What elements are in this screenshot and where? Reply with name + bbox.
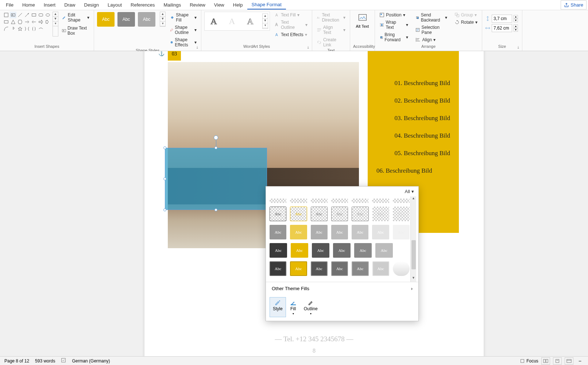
tab-references[interactable]: References — [126, 1, 159, 9]
style-option[interactable] — [270, 199, 286, 203]
tab-review[interactable]: Review — [185, 1, 210, 9]
edit-shape-button[interactable]: Edit Shape▾ — [61, 12, 91, 23]
style-option[interactable]: Abc — [290, 207, 307, 221]
rotate-handle[interactable] — [214, 135, 218, 140]
language-status[interactable]: German (Germany) — [72, 358, 110, 364]
style-option[interactable]: Abc — [331, 225, 348, 239]
resize-handle[interactable] — [214, 208, 217, 211]
style-option[interactable]: Abc — [290, 225, 307, 239]
tab-view[interactable]: View — [210, 1, 229, 9]
style-option[interactable] — [352, 199, 368, 203]
tab-help[interactable]: Help — [229, 1, 247, 9]
tab-insert[interactable]: Insert — [39, 1, 60, 9]
align-button[interactable]: Align▾ — [414, 36, 448, 43]
wrap-text-button[interactable]: Wrap Text▾ — [378, 19, 410, 31]
tab-mailings[interactable]: Mailings — [159, 1, 186, 9]
focus-mode[interactable]: Focus — [520, 358, 538, 364]
style-option[interactable] — [393, 199, 410, 203]
style-option[interactable]: Abc — [290, 261, 307, 276]
wordart-scroll[interactable]: ▲▼▾ — [262, 14, 268, 29]
shape-fill-button[interactable]: Shape Fill▾ — [169, 12, 198, 23]
popup-fill-tab[interactable]: Fill ▾ — [287, 297, 300, 317]
zoom-out[interactable]: − — [576, 358, 584, 364]
style-option[interactable]: Abc — [311, 207, 328, 221]
share-button[interactable]: Share — [561, 0, 587, 9]
style-option[interactable]: Abc — [352, 261, 368, 276]
style-option[interactable]: Abc — [333, 243, 351, 258]
style-option[interactable]: Abc — [291, 243, 308, 258]
style-option[interactable]: Abc — [372, 261, 389, 276]
style-option[interactable]: Abc — [393, 207, 410, 221]
style-option[interactable]: Abc — [270, 243, 287, 258]
style-option[interactable]: Abc — [311, 225, 328, 239]
width-spinner[interactable]: ▲▼ — [514, 24, 518, 32]
send-backward-button[interactable]: Send Backward▾ — [414, 12, 448, 23]
tab-home[interactable]: Home — [18, 1, 39, 9]
height-input[interactable] — [492, 15, 512, 23]
shape-styles-launcher[interactable]: ⤓ — [196, 46, 200, 50]
rotate-button[interactable]: Rotate▾ — [453, 19, 479, 26]
draw-text-box-button[interactable]: A Draw Text Box — [61, 25, 91, 36]
style-option[interactable]: Abc — [312, 243, 329, 258]
document-area[interactable]: ⚓ 03 01. Beschreibung Bild02. Beschreibu… — [0, 51, 588, 358]
bring-forward-button[interactable]: Bring Forward▾ — [378, 31, 410, 43]
resize-handle[interactable] — [163, 146, 166, 149]
height-spinner[interactable]: ▲▼ — [514, 15, 518, 22]
selection-pane-button[interactable]: Selection Pane — [414, 24, 448, 36]
style-gallery-scroll[interactable]: ▲▼▾ — [160, 12, 166, 27]
style-option[interactable]: Abc — [352, 207, 368, 221]
popup-style-tab[interactable]: Style — [270, 297, 286, 317]
tab-shape-format[interactable]: Shape Format — [247, 0, 286, 9]
scroll-up[interactable]: ▲ — [411, 196, 416, 202]
position-button[interactable]: Position▾ — [378, 12, 410, 18]
word-count[interactable]: 593 words — [35, 358, 55, 364]
style-filter-dropdown[interactable]: All▾ — [405, 189, 414, 194]
wordart-launcher[interactable]: ⤓ — [307, 46, 311, 50]
style-option[interactable]: Abc — [270, 207, 286, 221]
style-option[interactable]: Abc — [372, 207, 389, 221]
tab-layout[interactable]: Layout — [103, 1, 126, 9]
tab-file[interactable]: File — [1, 1, 18, 9]
style-option[interactable]: Abc — [311, 261, 328, 276]
popup-outline-tab[interactable]: Outline ▾ — [301, 297, 321, 317]
shape-style-gallery[interactable]: Abc Abc Abc ▲▼▾ — [97, 12, 166, 27]
style-option[interactable]: Abc — [352, 225, 368, 239]
style-option[interactable] — [372, 199, 389, 203]
width-input[interactable] — [492, 24, 512, 32]
tab-design[interactable]: Design — [80, 1, 103, 9]
style-option[interactable] — [393, 261, 410, 276]
style-option[interactable]: Abc — [270, 261, 286, 276]
size-launcher[interactable]: ⤓ — [517, 46, 521, 50]
proofing-icon[interactable] — [61, 358, 66, 364]
shape-outline-button[interactable]: Shape Outline▾ — [169, 24, 198, 36]
alt-text-button[interactable]: Alt Text — [353, 12, 372, 29]
scroll-thumb[interactable] — [411, 240, 416, 269]
tab-draw[interactable]: Draw — [60, 1, 80, 9]
read-mode-button[interactable] — [541, 357, 550, 365]
style-option[interactable]: Abc — [372, 225, 389, 239]
text-effects-button[interactable]: A Text Effects▾ — [273, 31, 309, 38]
style-option[interactable]: Abc — [331, 207, 348, 221]
style-option[interactable]: Abc — [270, 225, 286, 239]
style-option[interactable] — [290, 199, 307, 203]
shape-effects-button[interactable]: Shape Effects▾ — [169, 36, 198, 48]
style-option[interactable] — [331, 199, 348, 203]
style-option[interactable]: Abc — [354, 243, 372, 258]
scroll-down[interactable]: ▼ — [411, 276, 416, 282]
resize-handle[interactable] — [163, 177, 166, 180]
number-badge-03[interactable]: 03 — [168, 51, 181, 61]
style-option[interactable]: Abc — [331, 261, 348, 276]
shape-gallery-scroll[interactable]: ▲▼▾ — [53, 12, 58, 36]
style-option[interactable]: Abc — [375, 243, 393, 258]
shape-gallery[interactable]: A — [3, 12, 51, 32]
resize-handle[interactable] — [163, 208, 166, 211]
other-theme-fills[interactable]: Other Theme Fills › — [266, 282, 418, 295]
style-option[interactable] — [311, 199, 328, 203]
popup-scrollbar[interactable]: ▲ ▼ — [410, 196, 416, 282]
resize-handle[interactable] — [214, 146, 217, 149]
style-option[interactable]: Abc — [393, 225, 410, 239]
print-layout-button[interactable] — [553, 357, 562, 365]
page-info[interactable]: Page 8 of 12 — [4, 358, 29, 364]
selected-shape[interactable] — [165, 148, 267, 210]
wordart-gallery[interactable]: A A A ▲▼▾ — [204, 12, 270, 31]
